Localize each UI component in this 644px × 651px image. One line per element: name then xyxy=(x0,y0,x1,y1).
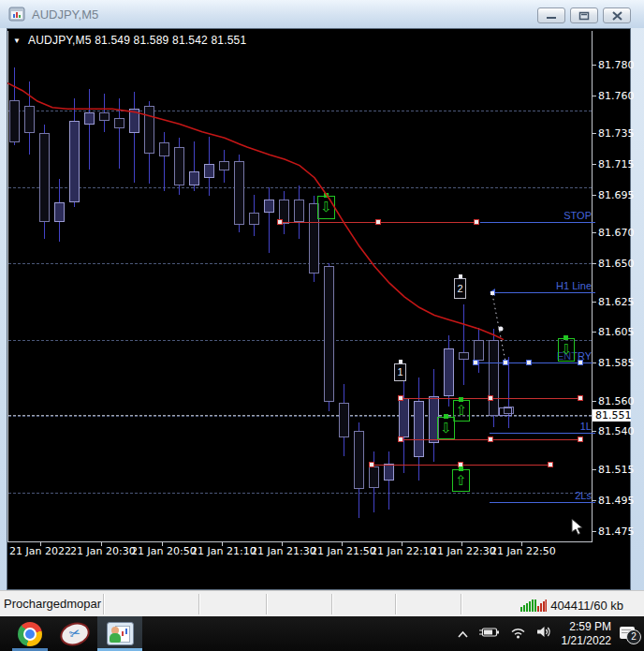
candle-wick xyxy=(164,132,165,192)
swing-label-handle[interactable] xyxy=(459,274,462,278)
candle-body xyxy=(339,403,349,438)
selection-rect[interactable] xyxy=(499,407,512,416)
notification-count-badge: 2 xyxy=(626,629,641,644)
candle-wick xyxy=(269,187,270,253)
arrow-box-handle[interactable] xyxy=(324,193,329,198)
candle-wick xyxy=(508,357,509,429)
chart-frame-left xyxy=(7,31,8,541)
time-axis-label: 21 Jan 20:50 xyxy=(131,545,197,557)
collapse-triangle-icon[interactable]: ▼ xyxy=(13,37,21,45)
grid-line xyxy=(8,340,592,341)
candle-body xyxy=(84,112,95,125)
red-hline-handle[interactable] xyxy=(474,219,479,225)
red-hline-handle[interactable] xyxy=(578,395,583,401)
statusbar-divider xyxy=(266,594,267,614)
level-line-handle[interactable] xyxy=(578,360,583,365)
tray-date: 1/21/2022 xyxy=(562,634,611,648)
tray-clock[interactable]: 2:59 PM 1/21/2022 xyxy=(562,620,611,648)
candle-body xyxy=(204,164,214,178)
sell-arrow-icon[interactable]: ⇩ xyxy=(317,196,335,219)
price-axis-tick xyxy=(593,431,596,432)
red-hline-handle[interactable] xyxy=(398,436,403,442)
red-hline-handle[interactable] xyxy=(398,395,403,401)
swing-label-handle[interactable] xyxy=(399,360,402,363)
price-axis-tick xyxy=(593,469,596,470)
price-axis-tick xyxy=(593,195,596,196)
level-line-1l[interactable] xyxy=(490,433,595,434)
price-axis-label: 81.695 xyxy=(598,189,635,201)
price-axis-label: 81.540 xyxy=(598,425,635,437)
price-axis-tick xyxy=(593,263,596,264)
price-axis-tick xyxy=(593,332,596,333)
price-axis-tick xyxy=(593,164,596,165)
level-line-2ls[interactable] xyxy=(490,502,595,503)
grid-line xyxy=(8,111,592,111)
red-hline-handle[interactable] xyxy=(375,219,381,225)
red-hline-handle[interactable] xyxy=(488,395,493,401)
chart-header: ▼ AUDJPY,M5 81.549 81.589 81.542 81.551 xyxy=(13,34,246,47)
arrow-box-handle[interactable] xyxy=(444,414,448,419)
red-hline-handle[interactable] xyxy=(488,436,493,442)
level-line-handle[interactable] xyxy=(526,360,532,365)
candle-body xyxy=(414,401,424,457)
candle-body xyxy=(324,266,334,402)
grid-line xyxy=(8,187,592,188)
level-line-handle[interactable] xyxy=(503,360,508,365)
swing-label-1[interactable]: 1 xyxy=(394,363,406,381)
candle-body xyxy=(174,147,184,185)
swing-label-2[interactable]: 2 xyxy=(454,278,466,299)
arrow-box-handle[interactable] xyxy=(564,335,568,340)
price-axis-tick xyxy=(593,96,596,96)
level-line-stop[interactable] xyxy=(480,222,595,223)
buy-arrow-icon[interactable]: ⇧ xyxy=(452,469,470,492)
red-hline-handle[interactable] xyxy=(369,462,374,467)
price-axis-label: 81.495 xyxy=(598,495,635,507)
price-axis-label: 81.625 xyxy=(598,296,635,308)
tray-time: 2:59 PM xyxy=(562,620,611,634)
taskbar-snipping-button[interactable]: ✂ xyxy=(52,616,97,651)
chart-ohlc-readout: 81.549 81.589 81.542 81.551 xyxy=(95,34,246,47)
taskbar-chrome-button[interactable] xyxy=(7,616,52,651)
red-hline-handle[interactable] xyxy=(578,436,583,442)
candle-wick xyxy=(134,92,135,182)
candle-wick xyxy=(463,304,464,385)
traffic-stats: 404411/60 kb xyxy=(550,599,623,613)
level-line-handle[interactable] xyxy=(473,360,478,365)
status-bar: Prochargedmopar 404411/60 kb xyxy=(0,590,644,617)
candle-body xyxy=(459,352,469,360)
arrow-box-handle[interactable] xyxy=(459,466,463,471)
taskbar-metatrader-button[interactable] xyxy=(97,616,142,651)
price-axis-tick xyxy=(593,500,596,501)
candle-body xyxy=(294,200,304,223)
buy-arrow-icon[interactable]: ⇧ xyxy=(453,400,470,422)
red-hline-handle[interactable] xyxy=(548,462,553,467)
chart-frame-bottom xyxy=(7,541,593,542)
volume-icon[interactable] xyxy=(535,625,553,643)
tray-expand-icon[interactable] xyxy=(457,626,469,643)
price-axis-label: 81.475 xyxy=(598,525,635,538)
time-axis-label: 21 Jan 21:50 xyxy=(311,545,376,557)
battery-icon[interactable] xyxy=(477,626,501,643)
price-axis-label: 81.780 xyxy=(598,59,635,71)
sell-arrow-icon[interactable]: ⇩ xyxy=(558,338,575,362)
price-axis-label: 81.515 xyxy=(598,464,635,476)
action-center-icon[interactable]: 2 xyxy=(620,626,638,643)
price-axis-tick xyxy=(593,133,596,134)
grid-line xyxy=(8,493,592,494)
arrow-box-handle[interactable] xyxy=(459,397,463,402)
sell-arrow-icon[interactable]: ⇩ xyxy=(437,417,455,439)
statusbar-divider xyxy=(198,594,199,614)
price-axis-tick xyxy=(593,362,596,363)
chart-plot[interactable]: STOPH1 LineENTRY1L2Ls⇩⇩⇧⇩⇧2181.78081.760… xyxy=(0,0,644,651)
wifi-icon[interactable] xyxy=(509,626,527,643)
level-line-h1-line[interactable] xyxy=(491,292,595,293)
candle-body xyxy=(219,161,229,170)
price-axis-label: 81.560 xyxy=(598,395,635,407)
taskbar: ✂ xyxy=(0,616,644,651)
red-hline-handle[interactable] xyxy=(277,219,283,225)
candle-body xyxy=(144,106,154,154)
candle-body xyxy=(24,106,35,133)
candle-wick xyxy=(388,451,389,510)
statusbar-divider xyxy=(461,594,461,614)
price-axis-label: 81.670 xyxy=(598,227,635,239)
